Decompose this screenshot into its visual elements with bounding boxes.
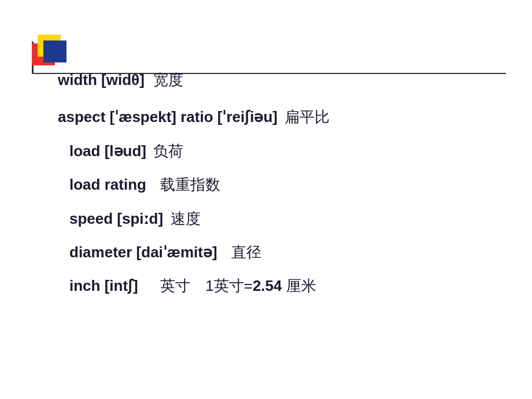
term-chinese-aspect-ratio: 扁平比 — [285, 108, 330, 125]
term-english-diameter: diameter [daiˈæmitə] — [69, 243, 217, 261]
term-word-width: width [widθ] — [58, 71, 145, 88]
term-chinese-speed: 速度 — [171, 210, 201, 227]
logo-blue-block — [43, 40, 66, 62]
term-chinese-diameter: 直径 — [231, 243, 261, 261]
term-row-inch: inch [intʃ] 英寸 1英寸=2.54 厘米 — [69, 275, 520, 296]
term-chinese-width: 宽度 — [153, 71, 183, 88]
term-english-speed: speed [spiːd] — [69, 210, 163, 227]
term-row-aspect-ratio: aspect [ˈæspekt] ratio [ˈreiʃiəu] 扁平比 — [58, 106, 520, 127]
term-chinese-load-rating: 载重指数 — [160, 176, 220, 193]
term-english-inch: inch [intʃ] — [69, 277, 138, 294]
term-chinese-inch: 英寸 1英寸=2.54 厘米 — [145, 277, 316, 294]
term-english-width: width [widθ] — [58, 71, 149, 88]
term-row-diameter: diameter [daiˈæmitə] 直径 — [69, 242, 520, 263]
term-row-load-rating: load rating 载重指数 — [69, 174, 520, 195]
term-english-aspect-ratio: aspect [ˈæspekt] ratio [ˈreiʃiəu] — [58, 108, 278, 125]
term-english-load: load [ləud] — [69, 142, 146, 160]
term-row-speed: speed [spiːd] 速度 — [69, 208, 520, 229]
content-area: width [widθ] 宽度 aspect [ˈæspekt] ratio [… — [58, 64, 520, 309]
term-row-load: load [ləud] 负荷 — [69, 141, 520, 161]
term-chinese-load: 负荷 — [153, 142, 183, 160]
term-english-load-rating: load rating — [69, 176, 146, 193]
term-row-width: width [widθ] 宽度 — [58, 69, 520, 90]
